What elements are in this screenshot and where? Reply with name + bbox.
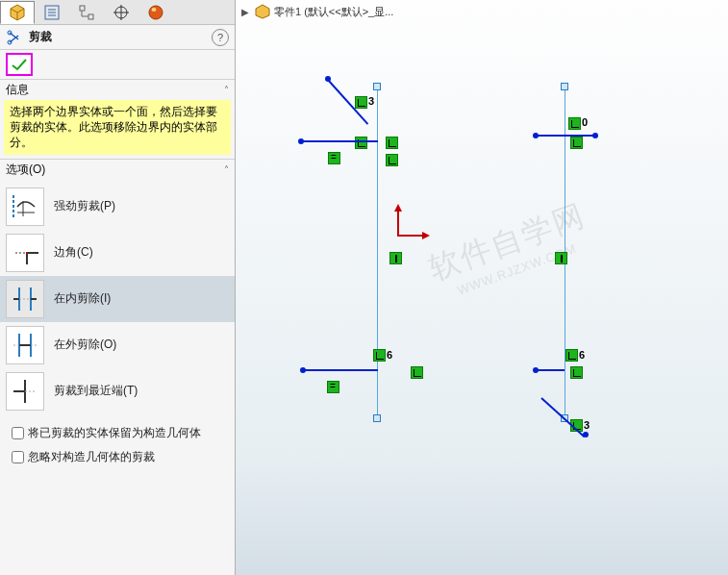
boundary-line <box>536 369 565 371</box>
sketch-overlay: 3 6 0 6 3 <box>236 0 728 575</box>
svg-point-12 <box>152 8 157 12</box>
constraint-perp-icon <box>355 137 367 149</box>
constraint-perp-icon <box>570 137 583 149</box>
tab-appearance[interactable] <box>138 1 173 24</box>
trim-inside-icon <box>6 280 44 318</box>
option-trim-nearest[interactable]: 剪裁到最近端(T) <box>0 368 235 414</box>
boundary-end <box>583 432 589 438</box>
tab-list[interactable] <box>35 1 69 24</box>
svg-rect-21 <box>26 252 28 254</box>
graphics-viewport[interactable]: ▶ 零件1 (默认<<默认>_显... 软件自学网 WWW.RJZXW.COM … <box>236 0 728 575</box>
trim-options-list: 强劲剪裁(P) 边角(C) 在内剪除(I) 在外剪除(O) <box>0 180 235 418</box>
option-label: 边角(C) <box>54 244 93 261</box>
constraint-label: 0 <box>582 116 588 128</box>
option-power-trim[interactable]: 强劲剪裁(P) <box>0 184 235 230</box>
ok-button[interactable] <box>6 53 33 76</box>
option-trim-inside[interactable]: 在内剪除(I) <box>0 276 235 322</box>
check-keep-construction-box[interactable] <box>12 427 24 439</box>
boundary-end <box>533 133 539 138</box>
svg-rect-6 <box>80 6 85 11</box>
property-panel: 剪裁 ? 信息 ˄ 选择两个边界实体或一个面，然后选择要剪裁的实体。此选项移除边… <box>0 0 236 575</box>
constraint-perp-icon <box>411 366 423 379</box>
option-label: 强劲剪裁(P) <box>54 198 115 214</box>
help-icon[interactable]: ? <box>212 29 229 46</box>
check-ignore-construction-box[interactable] <box>12 451 24 463</box>
svg-point-11 <box>149 6 163 19</box>
feature-titlebar: 剪裁 ? <box>0 25 235 50</box>
power-trim-icon <box>6 188 44 226</box>
check-label: 忽略对构造几何体的剪裁 <box>28 449 155 465</box>
chevron-up-icon: ˄ <box>224 164 229 175</box>
check-icon <box>11 57 28 72</box>
constraint-perp-icon <box>355 96 367 109</box>
target-icon <box>113 4 130 21</box>
boundary-end <box>325 76 331 82</box>
boundary-end <box>298 138 304 144</box>
section-info-label: 信息 <box>6 82 29 98</box>
tree-icon <box>78 4 95 21</box>
trim-outside-icon <box>6 326 44 364</box>
option-trim-outside[interactable]: 在外剪除(O) <box>0 322 235 368</box>
constraint-perp-icon <box>373 349 386 362</box>
constraint-label: 3 <box>368 95 374 107</box>
option-corner[interactable]: 边角(C) <box>0 230 235 276</box>
tab-target[interactable] <box>104 1 138 24</box>
sphere-icon <box>147 4 164 21</box>
line-endpoint <box>373 414 381 422</box>
scissors-icon <box>6 30 25 45</box>
constraint-label: 6 <box>387 349 392 361</box>
corner-icon <box>6 234 44 272</box>
constraint-perp-icon <box>568 117 581 130</box>
info-text: 选择两个边界实体或一个面，然后选择要剪裁的实体。此选项移除边界内的实体部分。 <box>4 100 231 155</box>
constraint-label: 3 <box>584 419 590 431</box>
boundary-line <box>536 135 595 137</box>
constraint-vert-icon <box>555 252 567 264</box>
constraint-perp-icon <box>565 349 578 362</box>
feature-title: 剪裁 <box>29 29 212 45</box>
line-endpoint <box>373 83 381 90</box>
line-endpoint <box>561 83 568 90</box>
option-label: 剪裁到最近端(T) <box>54 383 138 399</box>
constraint-eq-icon <box>328 152 340 164</box>
svg-rect-7 <box>88 14 93 19</box>
section-info-header[interactable]: 信息 ˄ <box>0 79 235 100</box>
check-keep-construction[interactable]: 将已剪裁的实体保留为构造几何体 <box>8 424 227 442</box>
constraint-perp-icon <box>570 366 583 379</box>
constraint-vert-icon <box>389 252 402 264</box>
boundary-line <box>301 140 378 142</box>
section-options-header[interactable]: 选项(O) ˄ <box>0 159 235 180</box>
confirm-row <box>0 50 235 79</box>
section-options-label: 选项(O) <box>6 162 45 178</box>
constraint-eq-icon <box>327 381 339 393</box>
chevron-up-icon: ˄ <box>224 85 229 95</box>
panel-tabstrip <box>0 0 235 25</box>
check-ignore-construction[interactable]: 忽略对构造几何体的剪裁 <box>8 448 227 466</box>
option-checks: 将已剪裁的实体保留为构造几何体 忽略对构造几何体的剪裁 <box>0 418 235 478</box>
boundary-end <box>592 133 598 138</box>
boundary-end <box>533 367 539 373</box>
check-label: 将已剪裁的实体保留为构造几何体 <box>28 425 201 441</box>
boundary-end <box>300 367 306 373</box>
tab-feature[interactable] <box>0 1 35 24</box>
constraint-label: 6 <box>579 349 585 361</box>
trim-nearest-icon <box>6 372 44 411</box>
constraint-perp-icon <box>386 137 398 149</box>
list-icon <box>43 4 61 21</box>
option-label: 在外剪除(O) <box>54 337 116 353</box>
cube-icon <box>9 4 26 21</box>
option-label: 在内剪除(I) <box>54 290 111 307</box>
boundary-line <box>540 397 585 438</box>
tab-tree[interactable] <box>69 1 104 24</box>
boundary-line <box>303 369 378 371</box>
constraint-perp-icon <box>386 154 398 166</box>
